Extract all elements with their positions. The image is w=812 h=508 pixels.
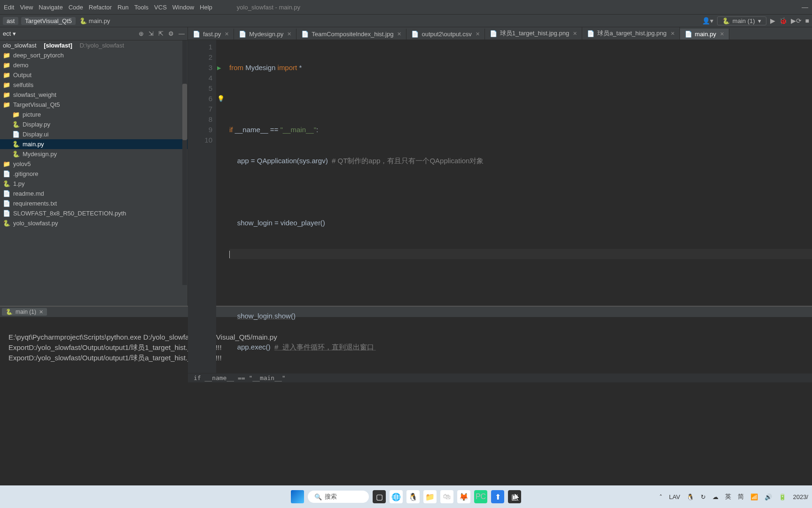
qq-icon[interactable]: 🐧	[406, 490, 420, 503]
clock-date[interactable]: 2023/	[793, 493, 808, 500]
close-icon[interactable]: ✕	[671, 31, 675, 37]
project-label[interactable]: ect ▾	[3, 30, 16, 37]
file-icon: 📄	[3, 210, 10, 217]
battery-icon[interactable]: 🔋	[779, 493, 786, 500]
scrollbar-track	[182, 40, 187, 285]
tray-sync-icon[interactable]: ↻	[701, 493, 706, 500]
editor-tab[interactable]: 📄fast.py✕	[188, 29, 234, 40]
menu-navigate[interactable]: Navigate	[39, 4, 62, 11]
collapse-all-icon[interactable]: ⇱	[158, 30, 164, 37]
terminal-app-icon[interactable]: ▣	[508, 490, 521, 503]
tree-item[interactable]: 📁demo	[0, 60, 187, 70]
editor-tab[interactable]: 📄TeamCompositeIndex_hist.jpg✕	[297, 29, 406, 40]
file-icon: 🐍	[12, 151, 20, 158]
menu-code[interactable]: Code	[69, 4, 83, 11]
run-coverage-button[interactable]: ▶⟳	[791, 17, 802, 24]
user-icon[interactable]: 👤▾	[702, 17, 713, 24]
tree-item[interactable]: 🐍main.py	[0, 139, 187, 149]
file-icon: 📄	[3, 190, 10, 197]
tray-lav-icon[interactable]: LAV	[669, 493, 680, 500]
editor-tab[interactable]: 📄main.py✕	[680, 29, 730, 40]
intention-bulb-icon[interactable]: 💡	[217, 94, 225, 104]
stop-button[interactable]: ■	[805, 17, 809, 24]
run-config-selector[interactable]: 🐍 main (1) ▾	[717, 16, 766, 25]
run-gutter-icon[interactable]: ▶	[217, 63, 221, 73]
tree-item-label: Mydesign.py	[23, 151, 57, 158]
close-icon[interactable]: ✕	[476, 31, 480, 37]
menu-help[interactable]: Help	[200, 4, 212, 11]
project-tree[interactable]: olo_slowfast [slowfast] D:\yolo_slowfast…	[0, 40, 187, 306]
run-button[interactable]: ▶	[770, 17, 775, 24]
close-icon[interactable]: ✕	[287, 31, 291, 37]
tree-item[interactable]: 📁selfutils	[0, 80, 187, 90]
tray-cloud-icon[interactable]: ☁	[712, 493, 718, 500]
scrollbar-thumb[interactable]	[182, 84, 187, 140]
ime-mode[interactable]: 简	[738, 492, 744, 501]
tree-item[interactable]: 📁picture	[0, 110, 187, 119]
editor-tab[interactable]: 📄球员a_target_hist.jpg.png✕	[582, 27, 679, 40]
pycharm-icon[interactable]: PC	[474, 490, 487, 503]
code-editor[interactable]: 1 2 3▶ 4 5 6💡 7 8 9 10 from Mydesign imp…	[188, 40, 812, 373]
tree-item[interactable]: 📄SLOWFAST_8x8_R50_DETECTION.pyth	[0, 208, 187, 218]
tree-item-label: Display.ui	[23, 131, 48, 138]
menu-vcs[interactable]: VCS	[154, 4, 167, 11]
store-icon[interactable]: 🛍	[440, 490, 453, 503]
tree-item[interactable]: 📁slowfast_weight	[0, 90, 187, 100]
close-icon[interactable]: ✕	[225, 31, 229, 37]
tree-item[interactable]: 🐍Mydesign.py	[0, 149, 187, 159]
tree-item[interactable]: 📄Display.ui	[0, 129, 187, 139]
tray-app-icon[interactable]: 🐧	[687, 493, 694, 500]
tree-item-label: Display.py	[23, 121, 50, 128]
tree-item[interactable]: 🐍yolo_slowfast.py	[0, 218, 187, 228]
tree-item[interactable]: 📄readme.md	[0, 189, 187, 198]
gear-icon[interactable]: ⚙	[168, 30, 174, 37]
tree-item[interactable]: 🐍1.py	[0, 179, 187, 189]
tree-item[interactable]: 📄.gitignore	[0, 169, 187, 179]
breadcrumb-folder[interactable]: TargetVisual_Qt5	[21, 17, 76, 25]
tree-item[interactable]: 📁yolov5	[0, 159, 187, 169]
editor-tab[interactable]: 📄output2\output.csv✕	[406, 29, 484, 40]
breadcrumb-file[interactable]: main.py	[89, 17, 110, 24]
tree-item-label: yolo_slowfast.py	[13, 220, 58, 227]
menu-run[interactable]: Run	[117, 4, 129, 11]
select-opened-file-icon[interactable]: ⊕	[139, 30, 144, 37]
menu-edit[interactable]: Edit	[4, 4, 14, 11]
menu-window[interactable]: Window	[172, 4, 194, 11]
editor-tab[interactable]: 📄Mydesign.py✕	[234, 29, 297, 40]
menu-refactor[interactable]: Refactor	[89, 4, 112, 11]
close-icon[interactable]: ✕	[573, 31, 577, 37]
project-header: ect ▾ ⊕ ⇲ ⇱ ⚙ —	[0, 27, 187, 40]
tree-item[interactable]: 🐍Display.py	[0, 119, 187, 129]
tray-chevron-icon[interactable]: ˄	[659, 493, 663, 500]
ime-lang[interactable]: 英	[725, 492, 731, 501]
menu-view[interactable]: View	[20, 4, 33, 11]
taskbar-search[interactable]: 🔍搜索	[308, 491, 369, 503]
tree-item[interactable]: 📁Output	[0, 70, 187, 80]
app-icon[interactable]: ⬆	[491, 490, 504, 503]
close-icon[interactable]: ✕	[720, 31, 724, 37]
expand-all-icon[interactable]: ⇲	[148, 30, 154, 37]
project-root[interactable]: olo_slowfast [slowfast] D:\yolo_slowfast	[0, 40, 187, 50]
navigation-bar: ast TargetVisual_Qt5 🐍 main.py 👤▾ 🐍 main…	[0, 14, 812, 27]
debug-button[interactable]: 🐞	[779, 17, 787, 24]
minimize-icon[interactable]: —	[802, 3, 808, 11]
tree-item[interactable]: 📁TargetVisual_Qt5	[0, 100, 187, 110]
menu-tools[interactable]: Tools	[134, 4, 148, 11]
breadcrumb-root[interactable]: ast	[3, 17, 18, 25]
wifi-icon[interactable]: 📶	[750, 493, 758, 500]
run-tab[interactable]: 🐍 main (1) ✕	[2, 308, 47, 316]
code-text[interactable]: from Mydesign import * if __name__ == "_…	[216, 40, 812, 373]
tree-item[interactable]: 📁deep_sort_pytorch	[0, 50, 187, 60]
start-button[interactable]	[291, 490, 304, 503]
close-icon[interactable]: ✕	[39, 309, 43, 315]
volume-icon[interactable]: 🔊	[765, 493, 772, 500]
firefox-icon[interactable]: 🦊	[457, 490, 470, 503]
explorer-icon[interactable]: 📁	[423, 490, 437, 503]
close-icon[interactable]: ✕	[397, 31, 401, 37]
search-icon: 🔍	[314, 493, 322, 500]
edge-icon[interactable]: 🌐	[390, 490, 403, 503]
hide-icon[interactable]: —	[179, 30, 185, 37]
task-view-icon[interactable]: ▢	[373, 490, 386, 503]
tree-item[interactable]: 📄requirements.txt	[0, 198, 187, 208]
editor-tab[interactable]: 📄球员1_target_hist.jpg.png✕	[485, 27, 582, 40]
